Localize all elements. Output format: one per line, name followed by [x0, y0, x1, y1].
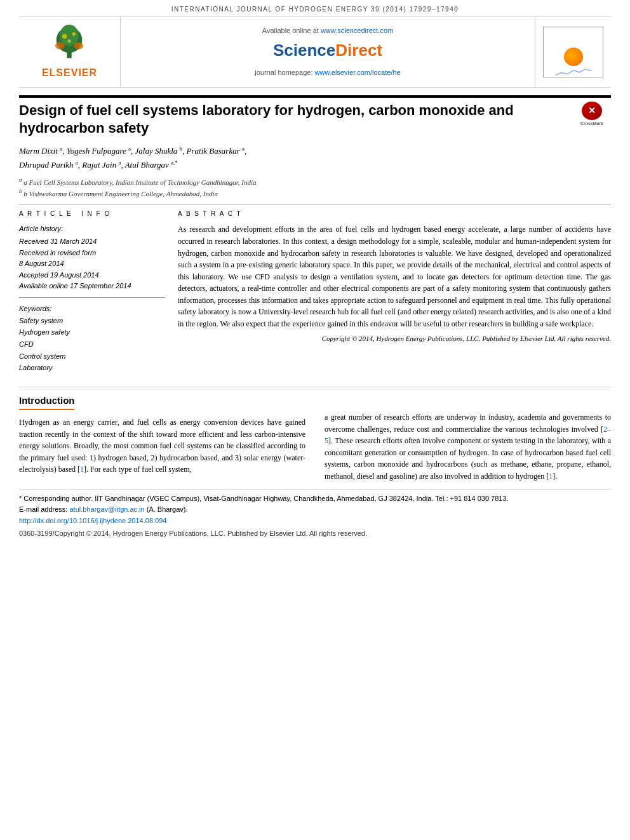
sciencedirect-logo: ScienceDirect — [273, 39, 382, 62]
abstract-text: As research and development efforts in t… — [178, 223, 611, 330]
history-title: Article history: — [19, 223, 165, 235]
keyword-4: Control system — [19, 350, 165, 363]
crossmark-badge: ✕ CrossMark — [573, 102, 611, 127]
crossmark-icon: ✕ — [582, 102, 602, 121]
copyright-text: Copyright © 2014, Hydrogen Energy Public… — [178, 334, 611, 343]
svg-point-4 — [74, 43, 84, 50]
authors-line: Marm Dixit a, Yogesh Fulpagare a, Jalay … — [19, 144, 611, 172]
cover-decoration — [564, 48, 583, 66]
revised-date: 8 August 2014 — [19, 258, 165, 270]
cover-title: International Journal ofHYDROGENENERGY — [547, 27, 600, 46]
journal-homepage-label: journal homepage: www.elsevier.com/locat… — [255, 68, 400, 77]
elsevier-tree-icon — [44, 23, 95, 62]
keyword-2: Hydrogen safety — [19, 326, 165, 338]
article-history: Article history: Received 31 March 2014 … — [19, 223, 165, 292]
divider-after-affiliations — [19, 204, 611, 204]
introduction-left-col: Introduction Hydrogen as an energy carri… — [19, 394, 305, 483]
article-title-section: Design of fuel cell systems laboratory f… — [19, 102, 611, 138]
introduction-right-col: a great number of research efforts are u… — [325, 394, 611, 483]
cover-graph-icon — [554, 68, 593, 77]
keyword-5: Laboratory — [19, 362, 165, 374]
svg-point-5 — [62, 34, 67, 39]
sciencedirect-section: Available online at www.sciencedirect.co… — [121, 17, 535, 87]
email-note: E-mail address: atul.bhargav@iitgn.ac.in… — [19, 504, 611, 516]
abstract-header: A B S T R A C T — [178, 210, 611, 218]
revised-label: Received in revised form — [19, 248, 165, 259]
doi-link[interactable]: http://dx.doi.org/10.1016/j.ijhydene.201… — [19, 517, 166, 524]
article-info-header: A R T I C L E I N F O — [19, 210, 165, 218]
email-link[interactable]: atul.bhargav@iitgn.ac.in — [69, 505, 144, 513]
journal-cover-image: International Journal ofHYDROGENENERGY — [543, 27, 603, 77]
keyword-3: CFD — [19, 338, 165, 350]
available-date: Available online 17 September 2014 — [19, 281, 165, 292]
journal-banner: ELSEVIER Available online at www.science… — [19, 17, 611, 88]
journal-header: International Journal of Hydrogen Energy… — [0, 0, 630, 17]
accepted-date: Accepted 19 August 2014 — [19, 270, 165, 281]
email-label: E-mail address: — [19, 505, 67, 513]
svg-point-7 — [68, 39, 72, 43]
paper-content: Design of fuel cell systems laboratory f… — [19, 88, 611, 483]
introduction-left-text: Hydrogen as an energy carrier, and fuel … — [19, 417, 305, 476]
introduction-section: Introduction Hydrogen as an energy carri… — [19, 387, 611, 483]
divider-keywords — [19, 297, 165, 298]
journal-cover-section: International Journal ofHYDROGENENERGY — [535, 17, 611, 87]
elsevier-brand: ELSEVIER — [42, 66, 97, 80]
doi-line: http://dx.doi.org/10.1016/j.ijhydene.201… — [19, 516, 611, 527]
svg-point-6 — [72, 32, 76, 36]
corresponding-author-note: * Corresponding author. IIT Gandhinagar … — [19, 493, 611, 505]
introduction-columns: Introduction Hydrogen as an energy carri… — [19, 394, 611, 483]
available-online-label: Available online at www.sciencedirect.co… — [262, 26, 393, 36]
email-suffix: (A. Bhargav). — [147, 505, 188, 513]
journal-homepage-link[interactable]: www.elsevier.com/locate/he — [315, 69, 401, 76]
sciencedirect-url[interactable]: www.sciencedirect.com — [321, 27, 393, 34]
elsevier-logo-section: ELSEVIER — [19, 17, 121, 87]
received-date: Received 31 March 2014 — [19, 236, 165, 248]
issn-line: 0360-3199/Copyright © 2014, Hydrogen Ene… — [19, 529, 611, 538]
ref-1b-link[interactable]: 1 — [549, 472, 553, 481]
article-info-abstract-section: A R T I C L E I N F O Article history: R… — [19, 210, 611, 374]
ref-2-5-link[interactable]: 2–5 — [325, 425, 611, 446]
title-divider-top — [19, 95, 611, 98]
article-info-column: A R T I C L E I N F O Article history: R… — [19, 210, 165, 374]
abstract-column: A B S T R A C T As research and developm… — [178, 210, 611, 374]
introduction-right-text: a great number of research efforts are u… — [325, 411, 611, 483]
keyword-1: Safety system — [19, 315, 165, 327]
footnotes-area: * Corresponding author. IIT Gandhinagar … — [19, 489, 611, 539]
affiliations: a a Fuel Cell Systems Laboratory, Indian… — [19, 176, 611, 199]
introduction-title: Introduction — [19, 394, 74, 410]
crossmark-label: CrossMark — [580, 121, 603, 126]
ref-1-link[interactable]: 1 — [80, 465, 84, 474]
article-title-text: Design of fuel cell systems laboratory f… — [19, 102, 514, 137]
keywords-section: Keywords: Safety system Hydrogen safety … — [19, 303, 165, 374]
keywords-label: Keywords: — [19, 303, 165, 315]
svg-point-3 — [55, 43, 65, 50]
